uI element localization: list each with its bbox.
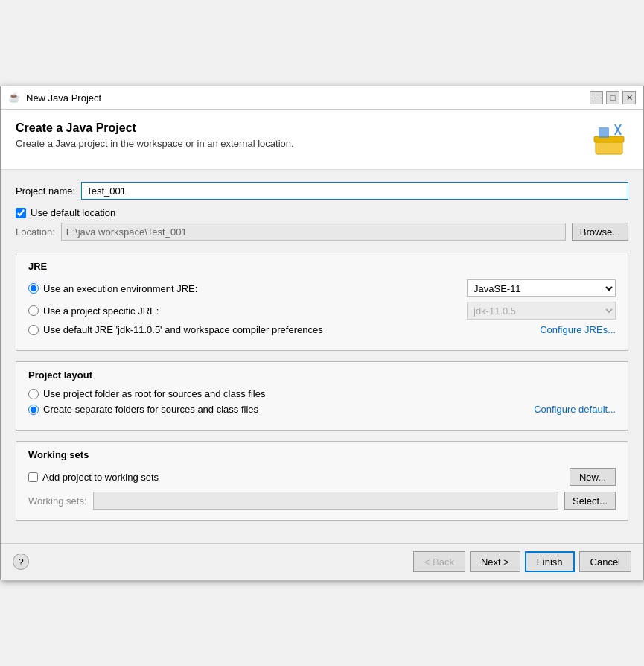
new-java-project-dialog: ☕ New Java Project − □ ✕ Create a Java P… [0,86,644,580]
jre-execution-env-radio[interactable] [28,283,39,294]
new-working-set-button[interactable]: New... [570,468,616,486]
jre-default-radio[interactable] [28,325,39,335]
dialog-title: New Java Project [26,92,584,104]
header-text: Create a Java Project Create a Java proj… [16,121,294,149]
browse-button[interactable]: Browse... [572,223,628,241]
content-area: Project name: Use default location Locat… [1,170,643,543]
project-name-input[interactable] [81,182,628,200]
layout-root-radio[interactable] [28,389,39,399]
back-button[interactable]: < Back [413,551,465,572]
header-section: Create a Java Project Create a Java proj… [1,110,643,170]
working-sets-label: Working sets: [28,495,87,507]
layout-separate-radio[interactable] [28,405,39,415]
maximize-button[interactable]: □ [606,91,619,104]
header-subtitle: Create a Java project in the workspace o… [16,138,294,149]
title-bar-controls: − □ ✕ [590,91,636,104]
layout-root-label: Use project folder as root for sources a… [43,388,265,399]
jre-project-specific-select: jdk-11.0.5 [467,302,616,320]
jre-project-specific-label: Use a project specific JRE: [43,305,159,317]
configure-default-link[interactable]: Configure default... [534,404,616,415]
working-sets-input-row: Working sets: Select... [28,492,616,510]
add-working-sets-label: Add project to working sets [42,472,159,483]
working-sets-title: Working sets [28,449,616,460]
use-default-location-row: Use default location [16,207,628,218]
project-layout-title: Project layout [28,370,616,381]
jre-option-2-row: Use a project specific JRE: jdk-11.0.5 [28,302,616,320]
minimize-button[interactable]: − [590,91,603,104]
header-title: Create a Java Project [16,121,294,135]
add-working-sets-row: Add project to working sets New... [28,468,616,486]
select-working-sets-button[interactable]: Select... [564,492,616,510]
header-icon [593,121,628,157]
cancel-button[interactable]: Cancel [579,551,631,572]
project-name-label: Project name: [16,185,75,197]
close-button[interactable]: ✕ [622,91,636,104]
add-working-sets-checkbox[interactable] [28,472,38,482]
configure-jres-link[interactable]: Configure JREs... [540,324,616,335]
title-bar: ☕ New Java Project − □ ✕ [1,86,643,110]
dialog-icon: ☕ [8,92,20,104]
finish-button[interactable]: Finish [525,551,575,572]
layout-option-1-row: Use project folder as root for sources a… [28,388,616,399]
jre-project-specific-radio[interactable] [28,305,39,316]
project-layout-section: Project layout Use project folder as roo… [16,361,628,431]
location-label: Location: [16,226,55,238]
help-button[interactable]: ? [13,554,29,570]
jre-default-label: Use default JRE 'jdk-11.0.5' and workspa… [43,324,323,335]
jre-option-3-row: Use default JRE 'jdk-11.0.5' and workspa… [28,324,616,335]
bottom-bar: ? < Back Next > Finish Cancel [1,543,643,580]
working-sets-section: Working sets Add project to working sets… [16,441,628,521]
jre-execution-env-label: Use an execution environment JRE: [43,283,197,294]
jre-title: JRE [28,261,616,272]
project-name-row: Project name: [16,182,628,200]
working-sets-input [93,492,559,510]
use-default-location-label: Use default location [31,207,115,218]
jre-execution-env-select[interactable]: JavaSE-11 [467,279,616,297]
layout-separate-label: Create separate folders for sources and … [43,404,258,415]
bottom-buttons: < Back Next > Finish Cancel [413,551,631,572]
svg-rect-1 [594,136,624,142]
location-input [61,223,566,241]
location-row: Location: Browse... [16,223,628,241]
next-button[interactable]: Next > [470,551,520,572]
use-default-location-checkbox[interactable] [16,208,26,218]
layout-option-2-row: Create separate folders for sources and … [28,404,616,415]
jre-section: JRE Use an execution environment JRE: Ja… [16,253,628,351]
jre-option-1-row: Use an execution environment JRE: JavaSE… [28,279,616,297]
svg-rect-2 [599,127,609,138]
